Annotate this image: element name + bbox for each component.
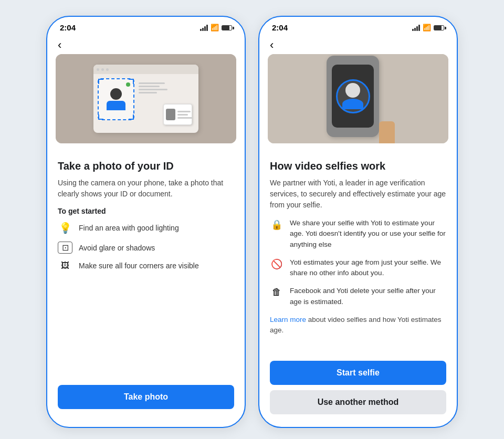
status-icons-2: 📶 — [412, 24, 444, 32]
corners-icon: 🖼 — [58, 261, 72, 270]
status-time-2: 2:04 — [272, 23, 288, 32]
phone-id-screen: 2:04 📶 ‹ — [46, 16, 246, 428]
phone-selfie-screen: 2:04 📶 ‹ — [258, 16, 458, 428]
hand-shape — [379, 121, 395, 144]
tip-text-0: Find an area with good lighting — [79, 224, 179, 232]
back-button-2[interactable]: ‹ — [259, 34, 457, 54]
status-bar-1: 2:04 📶 — [47, 17, 245, 34]
wifi-icon-2: 📶 — [423, 24, 431, 32]
take-photo-button[interactable]: Take photo — [58, 385, 234, 409]
section-label-1: To get started — [58, 207, 234, 215]
phone-hand — [327, 56, 379, 137]
phone2-content: How video selfies work We partner with Y… — [259, 152, 457, 354]
signal-icon-1 — [200, 25, 208, 31]
start-selfie-button[interactable]: Start selfie — [270, 361, 446, 385]
hero-image-1 — [56, 54, 236, 143]
no-share-icon: 🚫 — [270, 258, 284, 270]
phone2-button-area: Start selfie Use another method — [259, 354, 457, 427]
status-time-1: 2:04 — [60, 23, 76, 32]
privacy-text-2: Facebook and Yoti delete your selfie aft… — [290, 286, 446, 307]
hero-image-2 — [268, 54, 448, 143]
tip-item-1: ⊡ Avoid glare or shadows — [58, 242, 234, 254]
id-frame — [98, 78, 134, 120]
screen-desc-2: We partner with Yoti, a leader in age ve… — [270, 177, 446, 211]
id-illustration — [56, 54, 236, 143]
lightbulb-icon: 💡 — [58, 222, 72, 234]
lock-icon: 🔒 — [270, 219, 284, 231]
privacy-item-0: 🔒 We share your selfie with Yoti to esti… — [270, 218, 446, 250]
status-icons-1: 📶 — [200, 24, 232, 32]
learn-more-link[interactable]: Learn more — [270, 316, 306, 323]
phone1-content: Take a photo of your ID Using the camera… — [47, 152, 245, 286]
status-bar-2: 2:04 📶 — [259, 17, 457, 34]
tip-text-1: Avoid glare or shadows — [79, 244, 155, 252]
phone-screen-inner — [332, 65, 374, 128]
learn-more-container: Learn more about video selfies and how Y… — [270, 315, 446, 336]
privacy-text-0: We share your selfie with Yoti to estima… — [290, 218, 446, 250]
screen-title-2: How video selfies work — [270, 160, 446, 172]
delete-icon: 🗑 — [270, 287, 284, 298]
screen-title-1: Take a photo of your ID — [58, 160, 234, 172]
tip-item-2: 🖼 Make sure all four corners are visible — [58, 261, 234, 270]
privacy-item-2: 🗑 Facebook and Yoti delete your selfie a… — [270, 286, 446, 307]
glare-icon: ⊡ — [58, 242, 72, 254]
privacy-text-1: Yoti estimates your age from just your s… — [290, 257, 446, 279]
screen-desc-1: Using the camera on your phone, take a p… — [58, 177, 234, 200]
wifi-icon-1: 📶 — [211, 24, 219, 32]
back-button-1[interactable]: ‹ — [47, 34, 245, 54]
selfie-illustration — [268, 54, 448, 143]
battery-icon-2 — [434, 25, 444, 30]
selfie-circle-frame — [336, 79, 370, 113]
battery-icon-1 — [222, 25, 232, 30]
phone1-button-area: Take photo — [47, 379, 245, 427]
signal-icon-2 — [412, 25, 420, 31]
small-id-card — [163, 104, 192, 125]
browser-window — [93, 65, 198, 133]
tip-item-0: 💡 Find an area with good lighting — [58, 222, 234, 234]
use-another-method-button[interactable]: Use another method — [270, 390, 446, 414]
privacy-item-1: 🚫 Yoti estimates your age from just your… — [270, 257, 446, 279]
tip-text-2: Make sure all four corners are visible — [79, 262, 199, 270]
